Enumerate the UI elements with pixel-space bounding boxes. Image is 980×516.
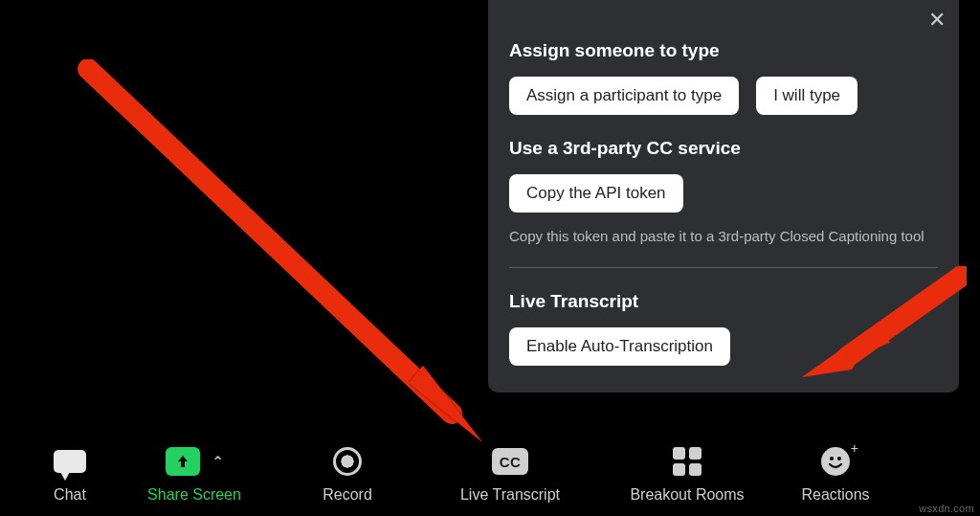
breakout-rooms-button[interactable]: Breakout Rooms xyxy=(601,435,773,509)
share-screen-button[interactable]: ⌃ Share Screen xyxy=(113,435,276,509)
svg-point-0 xyxy=(830,457,834,460)
annotation-arrow-left xyxy=(69,59,490,461)
chat-label: Chat xyxy=(54,486,86,504)
share-screen-label: Share Screen xyxy=(147,486,241,504)
reactions-icon: + xyxy=(821,447,850,476)
live-transcript-label: Live Transcript xyxy=(460,486,560,504)
cc-icon: CC xyxy=(492,448,528,475)
reactions-button[interactable]: + Reactions xyxy=(773,435,898,509)
chat-icon xyxy=(54,450,86,473)
copy-api-token-button[interactable]: Copy the API token xyxy=(509,174,683,213)
share-screen-icon xyxy=(166,447,200,476)
record-label: Record xyxy=(323,486,372,504)
assign-participant-button[interactable]: Assign a participant to type xyxy=(509,77,739,115)
third-party-section-title: Use a 3rd-party CC service xyxy=(509,138,938,159)
third-party-helper-text: Copy this token and paste it to a 3rd-pa… xyxy=(509,226,938,246)
breakout-rooms-label: Breakout Rooms xyxy=(630,486,744,504)
meeting-toolbar: Chat ⌃ Share Screen Record CC Live Trans… xyxy=(0,428,980,516)
record-button[interactable]: Record xyxy=(276,435,419,509)
record-icon xyxy=(333,447,362,476)
assign-section-title: Assign someone to type xyxy=(509,40,938,61)
i-will-type-button[interactable]: I will type xyxy=(756,77,858,115)
watermark: wsxdn.com xyxy=(919,503,974,514)
share-options-caret-icon[interactable]: ⌃ xyxy=(212,453,224,471)
chat-button[interactable]: Chat xyxy=(27,435,113,509)
reactions-label: Reactions xyxy=(801,486,869,504)
divider xyxy=(509,267,938,268)
live-transcript-section-title: Live Transcript xyxy=(509,291,938,312)
breakout-rooms-icon xyxy=(673,447,702,476)
plus-icon: + xyxy=(851,440,858,456)
svg-point-1 xyxy=(837,457,841,460)
live-transcript-button[interactable]: CC Live Transcript xyxy=(419,435,601,509)
close-icon[interactable]: ✕ xyxy=(928,10,946,31)
assign-button-row: Assign a participant to type I will type xyxy=(509,77,938,115)
closed-caption-popover: ✕ Assign someone to type Assign a partic… xyxy=(488,0,959,393)
enable-auto-transcription-button[interactable]: Enable Auto-Transcription xyxy=(509,327,730,366)
